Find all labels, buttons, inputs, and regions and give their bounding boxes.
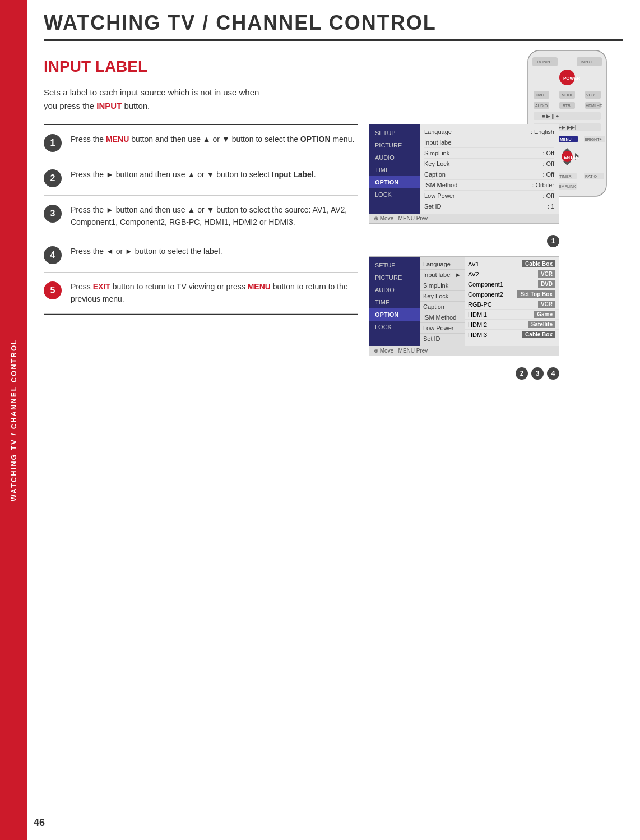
s2-mid-simplink: SimpLink [420, 280, 465, 291]
s2-item-lock: LOCK [369, 321, 420, 333]
svg-text:INPUT: INPUT [581, 60, 593, 64]
svg-text:DVD: DVD [536, 93, 544, 97]
step-num-4: 4 [44, 246, 62, 264]
screen1-indicators: 1 [369, 235, 559, 247]
row-inputlabel: Input label [424, 137, 554, 148]
row-lowpower: Low Power : Off [424, 191, 554, 201]
steps-column: 1 Press the MENU button and then use ▲ o… [44, 124, 358, 380]
menu-item-setup: SETUP [369, 127, 420, 139]
s2-item-picture: PICTURE [369, 271, 420, 284]
svg-text:MENU: MENU [560, 137, 572, 141]
svg-text:TIMER: TIMER [559, 174, 572, 178]
svg-text:AUDIO: AUDIO [535, 104, 548, 108]
page-number: 46 [34, 817, 45, 829]
s2-item-setup: SETUP [369, 259, 420, 271]
screen2-indicators: 2 3 4 [369, 367, 559, 380]
svg-text:VCR: VCR [586, 93, 595, 97]
screen-1: SETUP PICTURE AUDIO TIME OPTION LOCK Lan… [369, 124, 559, 224]
row-setid: Set ID : 1 [424, 201, 554, 211]
svg-text:BRIGHT+: BRIGHT+ [585, 137, 602, 141]
label-comp2: Set Top Box [517, 290, 555, 298]
svg-text:RATIO: RATIO [585, 174, 597, 178]
sidebar: WATCHING TV / CHANNEL CONTROL [0, 0, 27, 840]
step-text-5: Press EXIT button to return to TV viewin… [71, 280, 358, 306]
s2-row-hdmi2: HDMI2 Satellite [465, 320, 559, 330]
screens-column: SETUP PICTURE AUDIO TIME OPTION LOCK Lan… [369, 124, 559, 380]
step-2: 2 Press the ► button and then use ▲ or ▼… [44, 160, 358, 196]
screen1-menu-right: Language : English Input label SimpLink … [420, 124, 559, 214]
s2-mid-caption: Caption [420, 302, 465, 312]
screen1-footer: ⊕ Move MENU Prev [369, 214, 559, 223]
s2-row-av1: AV1 Cable Box [465, 259, 559, 269]
svg-text:POWER: POWER [563, 76, 580, 81]
s2-mid-language: Language [420, 259, 465, 270]
menu-item-lock: LOCK [369, 188, 420, 201]
screen2-mid: Language Input label ► SimpLink Key Lock… [420, 257, 465, 346]
label-av2: VCR [538, 270, 555, 278]
label-hdmi3: Cable Box [522, 331, 555, 338]
label-av1: Cable Box [522, 260, 555, 267]
sidebar-label: WATCHING TV / CHANNEL CONTROL [10, 339, 18, 501]
svg-text:ENTER: ENTER [564, 155, 579, 160]
svg-text:■  ▶  ‖  ●: ■ ▶ ‖ ● [542, 113, 559, 119]
s2-item-option: OPTION [369, 308, 420, 321]
indicator-1: 1 [547, 235, 559, 247]
svg-text:MODE: MODE [562, 93, 573, 97]
menu-item-audio: AUDIO [369, 151, 420, 164]
indicator-2: 2 [516, 367, 528, 380]
label-rgb: VCR [538, 301, 555, 308]
s2-mid-keylock: Key Lock [420, 291, 465, 302]
s2-row-hdmi3: HDMI3 Cable Box [465, 330, 559, 339]
step-text-2: Press the ► button and then use ▲ or ▼ b… [71, 168, 316, 181]
row-simplink: SimpLink : Off [424, 148, 554, 159]
s2-mid-lowpower: Low Power [420, 323, 465, 334]
label-hdmi1: Game [534, 311, 555, 318]
row-ism: ISM Method : Orbiter [424, 180, 554, 191]
step-num-5: 5 [44, 281, 62, 299]
indicator-3: 3 [531, 367, 544, 380]
step-num-2: 2 [44, 169, 62, 187]
step-text-3: Press the ► button and then use ▲ or ▼ b… [71, 204, 358, 229]
step-num-3: 3 [44, 205, 62, 223]
s2-row-comp2: Component2 Set Top Box [465, 289, 559, 299]
steps-area: 1 Press the MENU button and then use ▲ o… [44, 124, 623, 380]
s2-row-hdmi1: HDMI1 Game [465, 310, 559, 320]
svg-text:SIMPLINK: SIMPLINK [558, 184, 576, 188]
menu-item-time: TIME [369, 164, 420, 176]
label-comp1: DVD [538, 280, 555, 288]
screen-2: SETUP PICTURE AUDIO TIME OPTION LOCK Lan… [369, 256, 559, 356]
s2-mid-ism: ISM Method [420, 312, 465, 323]
step-4: 4 Press the ◄ or ► button to select the … [44, 237, 358, 273]
svg-text:BTB: BTB [563, 104, 571, 108]
menu-item-picture: PICTURE [369, 139, 420, 151]
s2-mid-setid: Set ID [420, 334, 465, 344]
s2-row-comp1: Component1 DVD [465, 279, 559, 289]
step-text-1: Press the MENU button and then use ▲ or … [71, 133, 354, 145]
row-language: Language : English [424, 127, 554, 137]
screen2-footer: ⊕ Move MENU Prev [369, 346, 559, 356]
menu-item-option: OPTION [369, 176, 420, 188]
intro-line2: you press the [44, 101, 96, 110]
svg-text:HDMI HD: HDMI HD [586, 104, 602, 108]
step-1: 1 Press the MENU button and then use ▲ o… [44, 124, 358, 160]
s2-mid-inputlabel: Input label ► [420, 270, 465, 280]
svg-text:TV INPUT: TV INPUT [536, 60, 555, 64]
main-content: WATCHING TV / CHANNEL CONTROL INPUT LABE… [27, 0, 640, 402]
s2-row-av2: AV2 VCR [465, 269, 559, 279]
intro-line1: Sets a label to each input source which … [44, 87, 259, 97]
step-5: 5 Press EXIT button to return to TV view… [44, 273, 358, 314]
intro-text: Sets a label to each input source which … [44, 86, 358, 113]
step-3: 3 Press the ► button and then use ▲ or ▼… [44, 196, 358, 237]
s2-item-audio: AUDIO [369, 284, 420, 296]
intro-end: button. [122, 101, 150, 110]
s2-item-time: TIME [369, 296, 420, 308]
row-caption: Caption : Off [424, 169, 554, 180]
screen2-menu-left: SETUP PICTURE AUDIO TIME OPTION LOCK [369, 257, 420, 346]
step-num-1: 1 [44, 134, 62, 152]
page-header: WATCHING TV / CHANNEL CONTROL [44, 11, 623, 41]
label-hdmi2: Satellite [528, 321, 555, 328]
screen1-menu-left: SETUP PICTURE AUDIO TIME OPTION LOCK [369, 124, 420, 214]
step-text-4: Press the ◄ or ► button to select the la… [71, 245, 222, 257]
row-keylock: Key Lock : Off [424, 159, 554, 169]
indicator-4: 4 [547, 367, 559, 380]
